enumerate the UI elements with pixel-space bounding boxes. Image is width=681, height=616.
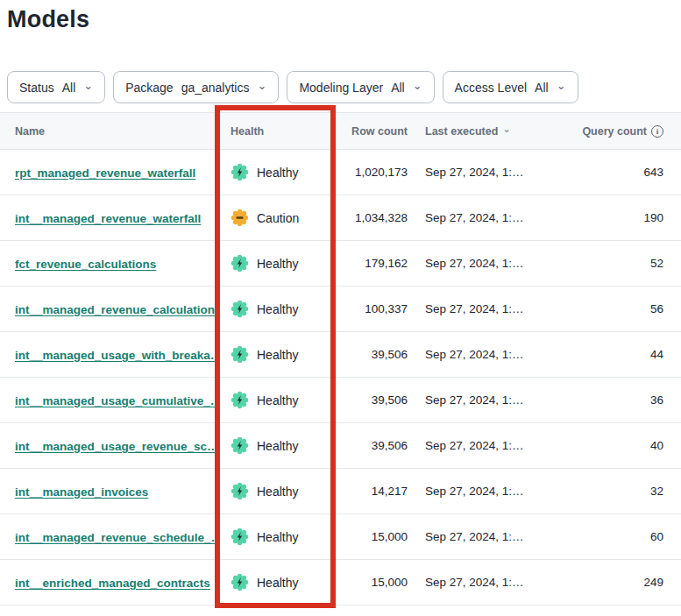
query-count-cell: 249 — [574, 576, 681, 589]
health-status-icon — [231, 573, 249, 591]
filter-package-label: Package — [125, 81, 173, 95]
model-name-link[interactable]: rpt_managed_revenue_waterfall — [15, 166, 195, 180]
query-count-cell: 44 — [574, 348, 681, 361]
table-row: fct_revenue_calculations Healthy 1 — [0, 241, 681, 287]
health-status-label: Healthy — [257, 302, 298, 316]
row-count-cell: 15,000 — [336, 530, 408, 543]
chevron-down-icon: ⌄ — [257, 80, 266, 91]
table-row: int__managed_usage_cumulative_… Healthy — [0, 378, 681, 423]
model-name-link[interactable]: fct_revenue_calculations — [15, 258, 156, 271]
sort-chevron-down-icon: ⌄ — [502, 124, 510, 135]
model-name-link[interactable]: int__managed_invoices — [15, 485, 148, 499]
filter-modeling-layer-label: Modeling Layer — [299, 81, 383, 95]
health-cell: Healthy — [216, 391, 336, 409]
last-executed-cell: Sep 27, 2024, 1:… — [408, 393, 574, 407]
health-status-icon — [231, 436, 249, 455]
query-count-cell: 643 — [574, 166, 681, 179]
health-status-label: Healthy — [257, 576, 298, 590]
last-executed-cell: Sep 27, 2024, 1:… — [408, 576, 574, 589]
row-count-cell: 39,506 — [336, 348, 408, 361]
filter-package[interactable]: Package ga_analytics ⌄ — [113, 71, 279, 103]
model-name-link[interactable]: int__managed_usage_cumulative_… — [15, 394, 216, 407]
model-name-link[interactable]: int__managed_usage_with_breaka… — [15, 349, 216, 362]
model-name-link[interactable]: int__managed_revenue_waterfall — [15, 212, 201, 225]
health-cell: Healthy — [216, 436, 336, 455]
model-name-cell: int__managed_invoices — [0, 484, 216, 499]
info-icon[interactable]: i — [651, 125, 663, 138]
health-cell: Healthy — [216, 163, 336, 181]
row-count-cell: 179,162 — [336, 257, 408, 270]
model-name-cell: rpt_managed_revenue_waterfall — [0, 165, 216, 181]
health-cell: Healthy — [216, 300, 336, 318]
table-body: rpt_managed_revenue_waterfall Healthy — [0, 150, 681, 605]
last-executed-cell: Sep 27, 2024, 1:… — [408, 302, 574, 315]
health-cell: Healthy — [216, 573, 336, 591]
last-executed-cell: Sep 27, 2024, 1:… — [408, 439, 574, 452]
table-row: int__managed_invoices Healthy 14,2 — [0, 469, 681, 514]
row-count-cell: 15,000 — [336, 576, 408, 589]
model-name-cell: int__managed_usage_revenue_sc… — [0, 438, 216, 454]
filter-modeling-layer[interactable]: Modeling Layer All ⌄ — [287, 71, 434, 103]
table-row: int__managed_usage_with_breaka… Healthy — [0, 332, 681, 378]
column-header-name: Name — [0, 125, 216, 138]
health-status-icon — [231, 527, 249, 546]
health-cell: Healthy — [216, 482, 336, 500]
model-name-link[interactable]: int__managed_usage_revenue_sc… — [15, 440, 216, 453]
filter-status[interactable]: Status All ⌄ — [7, 71, 105, 103]
health-status-icon — [231, 209, 249, 227]
query-count-cell: 52 — [574, 257, 681, 270]
query-count-cell: 40 — [574, 439, 681, 452]
health-status-icon — [231, 300, 249, 318]
column-header-health: Health — [216, 125, 336, 138]
column-header-row-count: Row count — [336, 125, 408, 138]
query-count-cell: 56 — [574, 302, 681, 315]
health-status-label: Healthy — [257, 485, 298, 499]
health-status-label: Healthy — [257, 530, 298, 544]
last-executed-cell: Sep 27, 2024, 1:… — [408, 257, 574, 270]
page-title: Models — [7, 6, 89, 33]
last-executed-cell: Sep 27, 2024, 1:… — [408, 348, 574, 361]
chevron-down-icon: ⌄ — [83, 80, 93, 91]
model-name-cell: int__managed_revenue_waterfall — [0, 210, 216, 226]
model-name-cell: int__managed_revenue_calculations — [0, 301, 216, 317]
filter-status-label: Status — [19, 81, 54, 95]
filter-access-level-label: Access Level — [455, 81, 527, 95]
health-status-icon — [231, 254, 249, 273]
model-name-cell: int__managed_usage_with_breaka… — [0, 347, 216, 363]
last-executed-label: Last executed — [425, 125, 498, 138]
last-executed-cell: Sep 27, 2024, 1:… — [408, 530, 574, 543]
health-status-icon — [231, 391, 249, 409]
health-cell: Healthy — [216, 345, 336, 364]
filter-modeling-layer-value: All — [391, 81, 405, 95]
row-count-cell: 39,506 — [336, 393, 408, 407]
health-status-label: Healthy — [257, 257, 298, 271]
model-name-link[interactable]: int__enriched_managed_contracts — [15, 577, 210, 590]
health-status-icon — [231, 345, 249, 364]
row-count-cell: 14,217 — [336, 485, 408, 498]
health-status-label: Healthy — [257, 439, 298, 453]
row-count-cell: 100,337 — [336, 302, 408, 315]
table-row: int__enriched_managed_contracts Healthy — [0, 560, 681, 605]
last-executed-cell: Sep 27, 2024, 1:… — [408, 166, 574, 179]
filter-access-level-value: All — [535, 81, 549, 95]
row-count-cell: 1,020,173 — [336, 166, 408, 179]
query-count-cell: 36 — [574, 393, 681, 407]
health-status-icon — [231, 482, 249, 500]
table-row: rpt_managed_revenue_waterfall Healthy — [0, 150, 681, 195]
table-row: int__managed_revenue_calculations Health… — [0, 287, 681, 332]
health-cell: Caution — [216, 209, 336, 227]
filter-status-value: All — [62, 81, 76, 95]
health-status-label: Healthy — [257, 393, 298, 407]
model-name-link[interactable]: int__managed_revenue_calculations — [15, 303, 216, 316]
table-row: int__managed_revenue_waterfall Caution — [0, 195, 681, 241]
model-name-link[interactable]: int__managed_revenue_schedule_… — [15, 531, 216, 544]
column-header-query-count: Query count i — [574, 125, 681, 138]
model-name-cell: int__enriched_managed_contracts — [0, 575, 216, 591]
model-name-cell: fct_revenue_calculations — [0, 256, 216, 272]
model-name-cell: int__managed_usage_cumulative_… — [0, 393, 216, 408]
chevron-down-icon: ⌄ — [413, 80, 422, 91]
table-row: int__managed_usage_revenue_sc… Healthy — [0, 423, 681, 469]
filter-access-level[interactable]: Access Level All ⌄ — [443, 71, 578, 103]
column-header-last-executed[interactable]: Last executed ⌄ — [408, 125, 574, 138]
table-row: int__managed_revenue_schedule_… Healthy — [0, 514, 681, 560]
